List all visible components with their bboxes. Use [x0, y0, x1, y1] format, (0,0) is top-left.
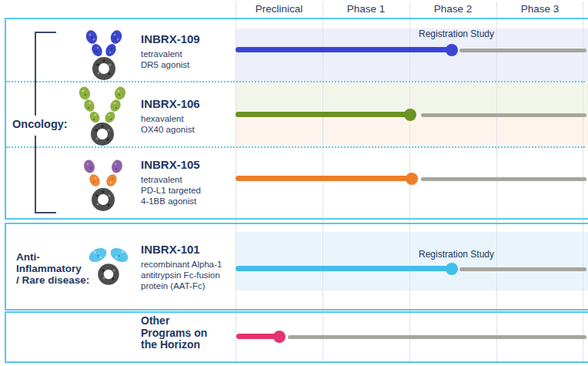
antibody-molecule-icon-inbrx105: [79, 157, 127, 214]
antibody-molecule-icon-inbrx101: [87, 245, 130, 288]
progress-dot-inbrx-101: [446, 263, 458, 275]
oncology-bracket-bottom: [35, 136, 56, 213]
program-title-line: the Horizon: [141, 339, 233, 351]
remaining-track-inbrx-106: [421, 113, 586, 117]
progress-dot-inbrx-106: [404, 109, 416, 121]
phase-header-phase3: Phase 3: [496, 3, 583, 15]
progress-bar-inbrx-109: [236, 47, 449, 52]
program-title-line: Other: [141, 315, 233, 327]
oncology-bracket-top: [35, 32, 56, 116]
program-title: INBRX-106: [141, 97, 237, 110]
registration-study-label: Registration Study: [399, 249, 514, 260]
remaining-track-inbrx-105: [421, 177, 586, 181]
progress-bar-inbrx-105: [236, 176, 409, 181]
phase-header-phase1: Phase 1: [322, 3, 409, 15]
program-description-line: recombinant Alpha-1: [141, 259, 237, 270]
progress-bar-other: [236, 334, 276, 339]
program-title: INBRX-109: [141, 32, 237, 45]
program-other-horizon: Other Programs on the Horizon: [141, 315, 233, 351]
registration-study-label: Registration Study: [399, 29, 514, 39]
progress-dot-inbrx-105: [406, 173, 418, 185]
remaining-track-inbrx-101: [459, 267, 586, 271]
program-description-line: PD-L1 targeted: [141, 185, 237, 196]
oncology-section-label: Oncology:: [12, 118, 83, 130]
pipeline-chart: Preclinical Phase 1 Phase 2 Phase 3 Onco…: [0, 0, 588, 366]
progress-bar-inbrx-106: [236, 112, 408, 117]
progress-dot-other: [273, 331, 286, 343]
program-inbrx-109: INBRX-109 tetravalent DR5 agonist: [141, 32, 237, 70]
program-description-line: 4-1BB agonist: [141, 196, 237, 207]
progress-bar-inbrx-101: [236, 266, 449, 271]
antibody-molecule-icon-inbrx109: [82, 28, 126, 82]
program-inbrx-101: INBRX-101 recombinant Alpha-1 antitrypsi…: [141, 243, 237, 291]
program-description-line: protein (AAT-Fc): [141, 280, 237, 291]
program-description-line: OX40 agonist: [141, 124, 237, 135]
program-description-line: DR5 agonist: [141, 59, 237, 70]
program-inbrx-105: INBRX-105 tetravalent PD-L1 targeted 4-1…: [141, 158, 237, 207]
remaining-track-other: [288, 335, 586, 339]
phase-header-preclinical: Preclinical: [236, 3, 322, 15]
program-description-line: tetravalent: [141, 174, 237, 185]
remaining-track-inbrx-109: [459, 49, 586, 52]
antibody-molecule-icon-inbrx106: [76, 86, 129, 147]
program-title-line: Programs on: [141, 327, 233, 340]
program-title: INBRX-101: [141, 243, 237, 256]
program-description-line: antitrypsin Fc-fusion: [141, 270, 237, 280]
program-title: INBRX-105: [141, 158, 237, 171]
program-inbrx-106: INBRX-106 hexavalent OX40 agonist: [141, 97, 237, 135]
phase-header-phase2: Phase 2: [409, 3, 496, 15]
program-description-line: tetravalent: [141, 49, 237, 59]
program-description-line: hexavalent: [141, 113, 237, 124]
progress-dot-inbrx-109: [446, 44, 458, 56]
